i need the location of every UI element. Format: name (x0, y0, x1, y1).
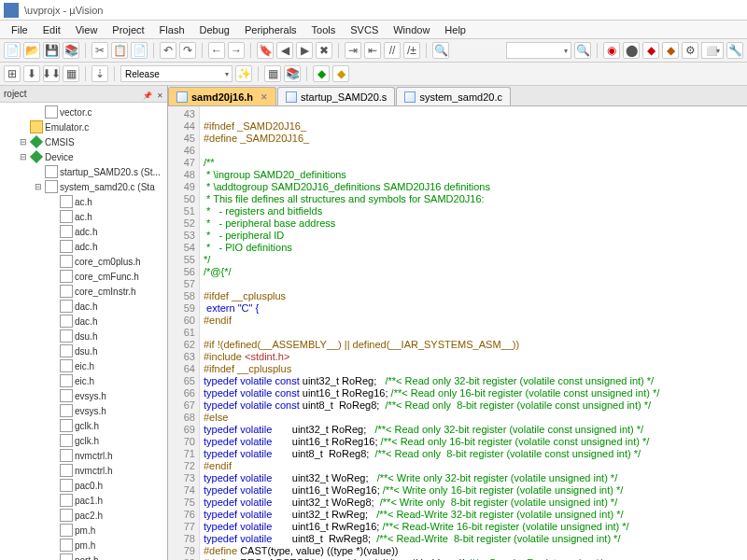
open-icon[interactable]: 📂 (23, 42, 40, 59)
manage-icon[interactable]: ▦ (264, 65, 281, 82)
tree-item[interactable]: core_cmFunc.h (0, 269, 167, 284)
insert-icon[interactable]: ◆ (642, 42, 659, 59)
tree-item[interactable]: vector.c (0, 105, 167, 119)
books-icon[interactable]: 📚 (284, 65, 301, 82)
tree-item[interactable]: gclk.h (0, 433, 167, 448)
tree-label: pm.h (75, 525, 95, 536)
menu-project[interactable]: Project (105, 22, 151, 37)
nav-fwd-icon[interactable]: → (228, 42, 245, 59)
tree-item[interactable]: pac1.h (0, 493, 167, 508)
expand-icon[interactable]: ⊟ (19, 137, 28, 147)
options-icon[interactable]: ✨ (235, 65, 252, 82)
tree-item[interactable]: pm.h (0, 538, 167, 553)
tree-item[interactable]: eic.h (0, 358, 167, 373)
download-icon[interactable]: ⇣ (92, 65, 108, 82)
bookmark-icon[interactable]: 🔖 (257, 42, 274, 59)
build-icon[interactable]: ⬇ (23, 65, 40, 82)
target-combo[interactable]: Release (120, 65, 233, 82)
menu-file[interactable]: File (4, 22, 35, 37)
outdent-icon[interactable]: ⇤ (364, 42, 381, 59)
tree-item[interactable]: evsys.h (0, 403, 167, 418)
tree-item[interactable]: adc.h (0, 224, 167, 239)
menu-flash[interactable]: Flash (152, 22, 192, 37)
batch-icon[interactable]: ▦ (63, 65, 79, 82)
tree-item[interactable]: port.h (0, 553, 167, 560)
separator (258, 66, 259, 81)
tree-item[interactable]: ac.h (0, 209, 167, 224)
close-icon[interactable]: ✕ (157, 91, 163, 100)
config-icon[interactable]: ⚙ (682, 42, 698, 59)
redo-icon[interactable]: ↷ (179, 42, 196, 59)
search-icon[interactable]: 🔍 (574, 42, 591, 59)
close-icon[interactable]: ✕ (261, 92, 268, 102)
comment-icon[interactable]: // (384, 42, 401, 59)
nav-back-icon[interactable]: ← (208, 42, 225, 59)
tree-item[interactable]: ⊟system_samd20.c (Sta (0, 179, 167, 194)
tree-item[interactable]: evsys.h (0, 388, 167, 403)
separator (114, 66, 115, 81)
tree-label: gclk.h (75, 436, 99, 446)
pack-icon[interactable]: ◆ (313, 65, 330, 82)
bookmark-clear-icon[interactable]: ✖ (316, 42, 332, 59)
find-combo[interactable] (506, 42, 571, 59)
code-area[interactable]: 4344454647484950515253545556575859606162… (168, 106, 747, 560)
menu-svcs[interactable]: SVCS (343, 22, 386, 37)
tree-item[interactable]: core_cm0plus.h (0, 254, 167, 269)
tree-item[interactable]: ⊟CMSIS (0, 134, 167, 149)
undo-icon[interactable]: ↶ (160, 42, 176, 59)
bookmark-prev-icon[interactable]: ◀ (276, 42, 293, 59)
editor-tab[interactable]: samd20j16.h✕ (168, 87, 276, 105)
indent-icon[interactable]: ⇥ (345, 42, 361, 59)
menu-debug[interactable]: Debug (192, 22, 237, 37)
tree-item[interactable]: ac.h (0, 194, 167, 209)
debug-icon[interactable]: ◉ (603, 42, 620, 59)
menu-view[interactable]: View (68, 22, 106, 37)
tree-item[interactable]: startup_SAMD20.s (St... (0, 164, 167, 179)
tree-item[interactable]: dac.h (0, 299, 167, 314)
wrench-icon[interactable]: 🔧 (726, 42, 743, 59)
tree-item[interactable]: adc.h (0, 239, 167, 254)
cut-icon[interactable]: ✂ (92, 42, 108, 59)
rebuild-icon[interactable]: ⬇⬇ (43, 65, 60, 82)
translate-icon[interactable]: ⊞ (4, 65, 21, 82)
tree-item[interactable]: pm.h (0, 523, 167, 538)
save-icon[interactable]: 💾 (43, 42, 60, 59)
file-icon (60, 419, 73, 432)
tree-item[interactable]: dsu.h (0, 343, 167, 358)
tree-item[interactable]: pac0.h (0, 478, 167, 493)
uncomment-icon[interactable]: /± (403, 42, 420, 59)
tree-item[interactable]: pac2.h (0, 508, 167, 523)
tree-item[interactable]: dsu.h (0, 329, 167, 343)
expand-icon[interactable]: ⊟ (19, 152, 28, 161)
project-tree[interactable]: vector.cEmulator.c⊟CMSIS⊟Devicestartup_S… (0, 103, 167, 560)
bookmark-next-icon[interactable]: ▶ (296, 42, 313, 59)
saveall-icon[interactable]: 📚 (63, 42, 79, 59)
tree-item[interactable]: Emulator.c (0, 119, 167, 134)
new-icon[interactable]: 📄 (4, 42, 21, 59)
tree-item[interactable]: nvmctrl.h (0, 463, 167, 478)
paste-icon[interactable]: 📄 (131, 42, 148, 59)
tools-combo[interactable]: ⬜ (701, 42, 724, 59)
source-code[interactable]: #ifndef _SAMD20J16_#define _SAMD20J16_/*… (200, 106, 747, 560)
tree-item[interactable]: ⊟Device (0, 149, 167, 164)
pin-icon[interactable]: 📌 (143, 91, 152, 100)
tree-item[interactable]: dac.h (0, 314, 167, 329)
tree-item[interactable]: eic.h (0, 373, 167, 388)
editor-tab[interactable]: startup_SAMD20.s (277, 87, 395, 105)
breakpoint-icon[interactable]: ⬤ (623, 42, 640, 59)
menu-edit[interactable]: Edit (35, 22, 68, 37)
expand-icon[interactable]: ⊟ (34, 182, 43, 191)
tree-item[interactable]: gclk.h (0, 418, 167, 433)
tree-item[interactable]: nvmctrl.h (0, 448, 167, 463)
tree-item[interactable]: core_cmInstr.h (0, 284, 167, 299)
menu-window[interactable]: Window (386, 22, 437, 37)
menu-tools[interactable]: Tools (304, 22, 344, 37)
copy-icon[interactable]: 📋 (111, 42, 128, 59)
kill-icon[interactable]: ◆ (662, 42, 679, 59)
find-icon[interactable]: 🔍 (432, 42, 449, 59)
file-icon (60, 344, 73, 357)
menu-help[interactable]: Help (437, 22, 473, 37)
editor-tab[interactable]: system_samd20.c (396, 87, 511, 105)
menu-peripherals[interactable]: Peripherals (237, 22, 304, 37)
rte-icon[interactable]: ◆ (332, 65, 349, 82)
